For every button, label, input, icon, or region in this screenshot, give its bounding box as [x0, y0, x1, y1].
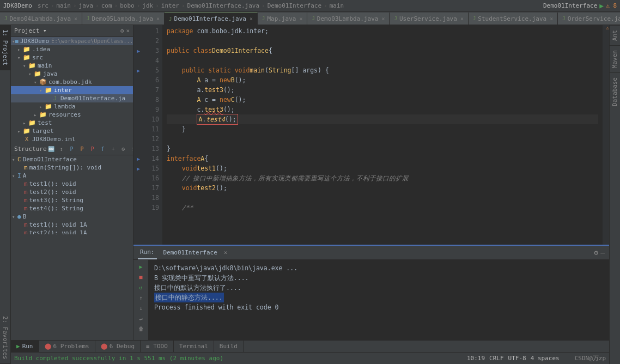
method-icon: m — [24, 205, 28, 212]
tree-item-label: resources — [48, 111, 81, 118]
expand-all-button[interactable]: + — [109, 145, 118, 154]
interface-icon: I — [17, 172, 21, 179]
tab-orderservice[interactable]: J OrderService.java × — [558, 13, 620, 25]
bottom-tab-build[interactable]: Build — [214, 341, 244, 353]
run-stop-button[interactable]: ■ — [137, 272, 145, 281]
sort-alpha-button[interactable]: 🔤 — [47, 145, 56, 154]
code-line-1: package com.bobo.jdk.inter; — [167, 26, 598, 36]
tree-item-src[interactable]: ▾ 📁 src — [11, 53, 133, 62]
tree-item-label: com.bobo.jdk — [48, 78, 92, 86]
method-icon: m — [24, 189, 28, 196]
code-line-18 — [167, 193, 598, 203]
structure-item-interface-a[interactable]: ▾ I A — [11, 172, 133, 180]
sidebar-tab-favorites[interactable]: 2: Favorites — [0, 312, 10, 364]
run-play-button[interactable]: ▶ — [137, 262, 145, 271]
close-icon[interactable]: × — [299, 16, 302, 22]
run-wrap-button[interactable]: ↵ — [137, 314, 145, 323]
tree-item-label: target — [32, 128, 54, 135]
run-tab-run[interactable]: Run: — [138, 246, 157, 259]
tab-demo04lambda[interactable]: J Demo04Lambda.java × — [0, 13, 82, 25]
settings-icon[interactable]: ⚙ — [594, 248, 598, 257]
run-tab-close[interactable]: × — [224, 249, 228, 256]
tab-demo03lambda[interactable]: J Demo03Lambda.java × — [307, 13, 390, 25]
structure-item-class-b[interactable]: ▾ ● B — [11, 213, 133, 221]
close-icon[interactable]: × — [156, 16, 160, 22]
tree-item-lambda[interactable]: ▸ 📁 lambda — [11, 102, 133, 111]
bottom-tab-problems[interactable]: ⬤ 6 Problems — [39, 341, 95, 353]
tree-item-main[interactable]: ▾ 📁 main — [11, 62, 133, 70]
folder-icon: 📁 — [28, 62, 36, 69]
structure-item-test1[interactable]: m test1(): void — [11, 180, 133, 188]
tree-item-inter[interactable]: ▾ 📁 inter — [11, 86, 133, 94]
structure-item-test3[interactable]: m test3(): String — [11, 196, 133, 204]
structure-item-test4[interactable]: m test4(): String — [11, 204, 133, 213]
close-icon[interactable]: × — [250, 16, 253, 22]
run-scroll-down[interactable]: ↓ — [137, 304, 145, 312]
code-content[interactable]: package com.bobo.jdk.inter; public class… — [162, 25, 603, 245]
run-rerun-button[interactable]: ↺ — [137, 283, 145, 292]
class-icon: C — [17, 156, 21, 163]
close-icon[interactable]: × — [74, 16, 77, 22]
right-tab-maven[interactable]: Maven — [610, 45, 620, 72]
problems-icon: ⬤ — [45, 343, 51, 350]
center-layout: Project ▾ ⚙ × ▾ ◼ JDK8Demo E:\workspace\… — [11, 25, 609, 364]
sidebar-tab-project[interactable]: 1: Project — [0, 25, 10, 70]
structure-item-b-test2[interactable]: m test2(): void 1A — [11, 229, 133, 234]
code-editor[interactable]: ▶ ▶ ▶ ▶ — [133, 25, 609, 340]
bottom-tab-terminal[interactable]: Terminal — [174, 341, 214, 353]
tree-item-iml[interactable]: X JDK8Demo.iml — [11, 135, 133, 143]
bottom-tab-run[interactable]: ▶ Run — [11, 341, 39, 353]
tree-item-label: JDK8Demo.iml — [32, 136, 75, 143]
cursor-position: 10:19 — [467, 355, 485, 362]
structure-panel: Structure 🔤 ↕ P P P f + ⚙ × — [11, 143, 133, 340]
filter-fields-button[interactable]: f — [99, 145, 107, 154]
tree-item-test[interactable]: ▸ 📁 test — [11, 119, 133, 127]
tree-item-package[interactable]: ▾ 📦 com.bobo.jdk — [11, 78, 133, 86]
bottom-tab-todo[interactable]: ≡ TODO — [141, 341, 174, 353]
close-button[interactable]: × — [130, 145, 133, 154]
sidebar-gear-icon[interactable]: ⚙ — [120, 27, 124, 34]
run-button[interactable]: ▶ — [599, 2, 604, 10]
close-icon[interactable]: × — [381, 16, 385, 22]
structure-item-class[interactable]: ▾ C Demo01Interface — [11, 155, 133, 163]
tree-item-jdk8demo[interactable]: ▾ ◼ JDK8Demo E:\workspace\OpenClass... — [11, 37, 133, 45]
structure-item-b-test1[interactable]: m test1(): void 1A — [11, 221, 133, 229]
tree-item-java[interactable]: ▾ 📁 java — [11, 70, 133, 78]
close-run-icon[interactable]: — — [600, 248, 605, 257]
tree-item-label: main — [38, 62, 52, 69]
filter-protected-button[interactable]: P — [78, 145, 87, 154]
breadcrumb: src› main› java› com› bobo› jdk› inter› … — [38, 2, 344, 9]
settings-button[interactable]: ⚙ — [119, 145, 128, 154]
tab-userservice[interactable]: J UserService.java × — [390, 13, 468, 25]
expand-arrow: ▸ — [39, 104, 45, 110]
sort-button[interactable]: ↕ — [57, 145, 66, 154]
structure-item-label: test1(): void 1A — [29, 221, 87, 228]
structure-item-label: A — [23, 172, 27, 179]
run-filter-button[interactable]: 🗑 — [137, 324, 145, 333]
code-line-4 — [167, 56, 598, 65]
right-tab-ant[interactable]: Ant — [610, 25, 620, 45]
code-line-17: void test2(); — [167, 183, 598, 193]
sidebar-close-icon[interactable]: × — [126, 27, 130, 34]
tab-demo05lambda[interactable]: J Demo05Lambda.java × — [82, 13, 165, 25]
tree-item-idea[interactable]: ▸ 📁 .idea — [11, 45, 133, 53]
tab-studentservice[interactable]: J StudentService.java × — [469, 13, 558, 25]
close-icon[interactable]: × — [460, 16, 464, 22]
structure-item-main[interactable]: m main(String[]): void — [11, 163, 133, 172]
right-tab-database[interactable]: Database — [610, 72, 620, 111]
tree-item-resources[interactable]: ▸ 📁 resources — [11, 111, 133, 119]
bottom-tab-debug[interactable]: ⬤ 6 Debug — [95, 341, 141, 353]
tab-demo01interface[interactable]: J Demo01Interface.java × — [165, 13, 258, 25]
close-icon[interactable]: × — [550, 16, 553, 22]
tree-item-target[interactable]: ▸ 📁 target — [11, 127, 133, 135]
tree-item-demo01[interactable]: J Demo01Interface.ja — [11, 94, 133, 102]
structure-item-test2[interactable]: m test2(): void — [11, 188, 133, 196]
java-file-icon: J — [394, 16, 397, 21]
debug-icon: ⬤ — [101, 343, 107, 350]
filter-private-button[interactable]: P — [88, 145, 97, 154]
java-file-icon: J — [473, 16, 476, 21]
filter-public-button[interactable]: P — [68, 145, 76, 154]
run-scroll-up[interactable]: ↑ — [137, 293, 145, 302]
right-status: 10:19 CRLF UTF-8 4 spaces CSDN@万zp — [467, 354, 606, 362]
tab-map[interactable]: J Map.java × — [258, 13, 307, 25]
